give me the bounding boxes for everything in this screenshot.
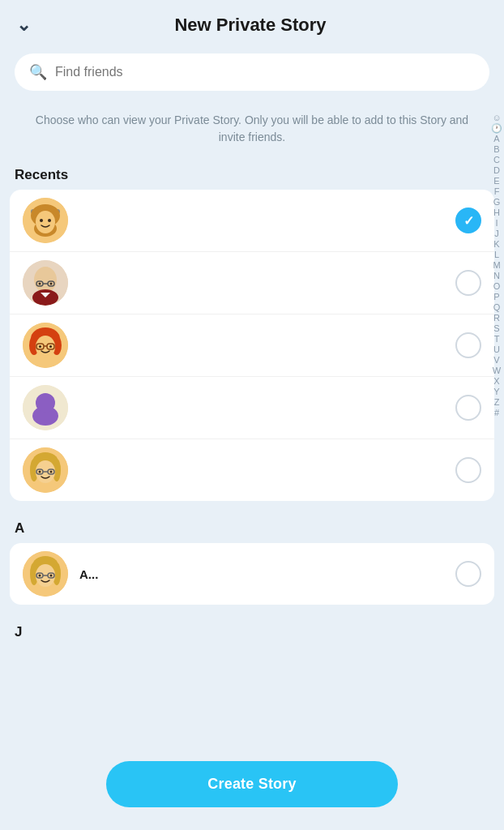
description-text: Choose who can view your Private Story. … <box>0 104 504 159</box>
search-bar: 🔍 <box>15 53 489 91</box>
avatar <box>23 447 68 493</box>
svg-point-4 <box>36 211 55 233</box>
create-story-button[interactable]: Create Story <box>106 761 398 807</box>
alpha-Z[interactable]: Z <box>494 398 500 407</box>
svg-point-19 <box>36 336 55 358</box>
recents-list <box>10 190 494 501</box>
alpha-H[interactable]: H <box>493 208 500 217</box>
section-a-list: A... <box>10 543 494 605</box>
alphabet-index[interactable]: ☺ 🕐 A B C D E F G H I J K L M N O P Q R … <box>491 113 502 417</box>
recents-section-label: Recents <box>0 159 504 190</box>
svg-point-23 <box>39 345 41 348</box>
alpha-hash[interactable]: # <box>494 409 499 417</box>
select-circle[interactable] <box>455 270 481 296</box>
svg-point-6 <box>48 219 51 222</box>
select-circle[interactable] <box>455 395 481 421</box>
alpha-L[interactable]: L <box>494 250 499 259</box>
alpha-W[interactable]: W <box>493 366 501 375</box>
section-a-label: A <box>0 512 504 543</box>
alpha-D[interactable]: D <box>493 166 500 175</box>
list-item[interactable] <box>10 439 494 501</box>
alpha-U[interactable]: U <box>493 345 500 354</box>
alpha-O[interactable]: O <box>493 282 501 291</box>
chevron-down-icon[interactable]: ⌄ <box>16 15 31 36</box>
alpha-B[interactable]: B <box>493 145 499 154</box>
avatar <box>23 385 68 430</box>
svg-point-36 <box>39 471 41 473</box>
select-circle[interactable] <box>455 561 481 587</box>
alpha-V[interactable]: V <box>493 356 499 365</box>
alpha-N[interactable]: N <box>493 272 500 280</box>
select-circle[interactable] <box>455 457 481 483</box>
svg-point-12 <box>39 283 41 285</box>
section-j-label: J <box>0 616 504 647</box>
alpha-Y[interactable]: Y <box>493 387 499 396</box>
alpha-Q[interactable]: Q <box>493 303 501 312</box>
avatar <box>23 323 68 368</box>
alpha-R[interactable]: R <box>493 314 500 323</box>
alpha-emoji-smile[interactable]: ☺ <box>492 113 501 122</box>
select-circle[interactable] <box>455 332 481 358</box>
avatar <box>23 551 68 597</box>
alpha-T[interactable]: T <box>494 335 500 344</box>
alpha-S[interactable]: S <box>493 324 499 333</box>
select-circle[interactable] <box>455 208 481 233</box>
svg-point-27 <box>36 393 55 413</box>
alpha-A[interactable]: A <box>493 135 499 143</box>
page-title: New Private Story <box>39 15 462 36</box>
alpha-E[interactable]: E <box>493 177 499 186</box>
header: ⌄ New Private Story <box>0 0 504 47</box>
svg-point-24 <box>49 345 52 348</box>
svg-point-47 <box>50 575 53 577</box>
alpha-M[interactable]: M <box>493 261 500 270</box>
alpha-G[interactable]: G <box>493 198 501 207</box>
alpha-I[interactable]: I <box>495 219 498 228</box>
contact-name: A... <box>79 567 98 581</box>
svg-point-13 <box>50 283 53 285</box>
alpha-clock[interactable]: 🕐 <box>491 124 502 133</box>
alpha-C[interactable]: C <box>493 156 500 165</box>
svg-point-8 <box>34 267 57 293</box>
avatar <box>23 198 68 243</box>
alpha-F[interactable]: F <box>494 187 500 196</box>
svg-point-5 <box>40 219 43 222</box>
list-item[interactable] <box>10 377 494 439</box>
alpha-X[interactable]: X <box>493 377 499 386</box>
list-item[interactable]: A... <box>10 543 494 605</box>
alpha-J[interactable]: J <box>494 229 499 238</box>
alpha-K[interactable]: K <box>493 240 499 249</box>
alpha-P[interactable]: P <box>493 293 499 302</box>
search-icon: 🔍 <box>29 63 47 81</box>
avatar <box>23 260 68 306</box>
svg-point-46 <box>39 575 41 577</box>
search-input[interactable] <box>55 65 475 79</box>
search-container: 🔍 <box>0 47 504 104</box>
list-item[interactable] <box>10 314 494 377</box>
svg-point-37 <box>50 471 53 473</box>
list-item[interactable] <box>10 190 494 252</box>
list-item[interactable] <box>10 252 494 314</box>
